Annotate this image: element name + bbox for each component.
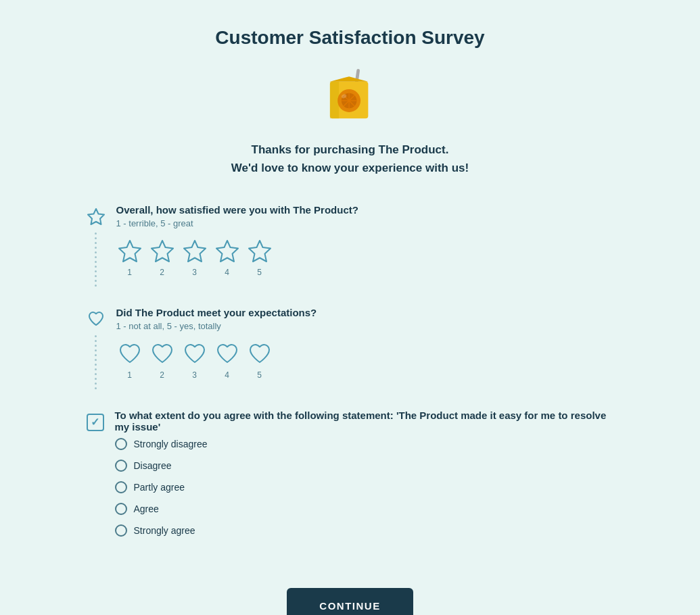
radio-circle-strongly-disagree[interactable] (115, 438, 127, 450)
tagline-line1: Thanks for purchasing The Product. (87, 141, 614, 159)
svg-marker-2 (329, 76, 367, 82)
heart-4-label: 4 (225, 370, 229, 380)
heart-icon (87, 310, 106, 331)
question-2-block: Did The Product meet your expectations? … (87, 307, 614, 393)
radio-circle-strongly-agree[interactable] (115, 524, 127, 537)
question-3-content: To what extent do you agree with the fol… (115, 410, 614, 550)
heart-4[interactable]: 4 (214, 341, 241, 380)
page-container: Customer Satisfaction Survey Thanks for … (87, 27, 614, 615)
svg-marker-13 (151, 241, 173, 262)
radio-label-strongly-disagree: Strongly disagree (134, 439, 208, 449)
question-2-content: Did The Product meet your expectations? … (116, 307, 614, 393)
product-image (87, 68, 614, 122)
radio-strongly-agree[interactable]: Strongly agree (115, 524, 614, 537)
radio-circle-agree[interactable] (115, 503, 127, 515)
radio-label-disagree: Disagree (134, 460, 172, 471)
heart-2-label: 2 (160, 370, 164, 380)
star-3[interactable]: 3 (181, 238, 208, 277)
radio-label-partly-agree: Partly agree (134, 482, 185, 493)
continue-button[interactable]: CONTINUE (287, 588, 413, 615)
question-2-hint: 1 - not at all, 5 - yes, totally (116, 321, 614, 331)
heart-5-label: 5 (257, 370, 262, 380)
star-4-label: 4 (225, 268, 229, 277)
svg-rect-3 (329, 82, 338, 119)
radio-circle-partly-agree[interactable] (115, 481, 127, 493)
heart-1[interactable]: 1 (116, 341, 143, 380)
connector-dots-1 (95, 232, 97, 291)
heart-5[interactable]: 5 (246, 341, 273, 380)
heart-rating-group: 1 2 3 (116, 341, 614, 380)
star-2-label: 2 (160, 268, 164, 277)
svg-marker-11 (88, 209, 104, 224)
radio-label-agree: Agree (134, 503, 159, 514)
questions-container: Overall, how satisfied were you with The… (87, 204, 614, 566)
svg-marker-16 (249, 241, 271, 262)
question-1-block: Overall, how satisfied were you with The… (87, 204, 614, 291)
question-2-icon-col (87, 307, 106, 393)
star-rating-group: 1 2 3 (116, 238, 614, 277)
star-4[interactable]: 4 (214, 238, 241, 277)
question-3-icon-col: ✓ (87, 410, 104, 550)
question-1-label: Overall, how satisfied were you with The… (116, 204, 614, 216)
svg-marker-14 (184, 241, 206, 262)
tagline-line2: We'd love to know your experience with u… (87, 159, 614, 177)
star-1[interactable]: 1 (116, 238, 143, 277)
radio-agree[interactable]: Agree (115, 503, 614, 515)
radio-circle-disagree[interactable] (115, 460, 127, 472)
star-2[interactable]: 2 (149, 238, 176, 277)
question-2-label: Did The Product meet your expectations? (116, 307, 614, 318)
radio-group: Strongly disagree Disagree Partly agree … (115, 438, 614, 537)
heart-1-label: 1 (127, 370, 132, 380)
radio-strongly-disagree[interactable]: Strongly disagree (115, 438, 614, 450)
star-icon (87, 207, 106, 228)
star-3-label: 3 (192, 268, 197, 277)
star-5[interactable]: 5 (246, 238, 273, 277)
question-1-hint: 1 - terrible, 5 - great (116, 218, 614, 228)
question-1-content: Overall, how satisfied were you with The… (116, 204, 614, 291)
svg-marker-15 (216, 241, 238, 262)
checkbox-icon: ✓ (87, 414, 104, 431)
tagline: Thanks for purchasing The Product. We'd … (87, 141, 614, 177)
heart-3[interactable]: 3 (181, 341, 208, 380)
connector-dots-2 (95, 335, 97, 393)
question-3-label: To what extent do you agree with the fol… (115, 410, 614, 433)
question-3-block: ✓ To what extent do you agree with the f… (87, 410, 614, 550)
page-title: Customer Satisfaction Survey (87, 27, 614, 49)
radio-partly-agree[interactable]: Partly agree (115, 481, 614, 493)
question-1-icon-col (87, 204, 106, 291)
juice-box-icon (323, 68, 377, 122)
heart-3-label: 3 (192, 370, 197, 380)
star-5-label: 5 (257, 268, 262, 277)
radio-label-strongly-agree: Strongly agree (134, 525, 195, 536)
heart-2[interactable]: 2 (149, 341, 176, 380)
svg-marker-12 (119, 241, 141, 262)
star-1-label: 1 (127, 268, 132, 277)
radio-disagree[interactable]: Disagree (115, 460, 614, 472)
